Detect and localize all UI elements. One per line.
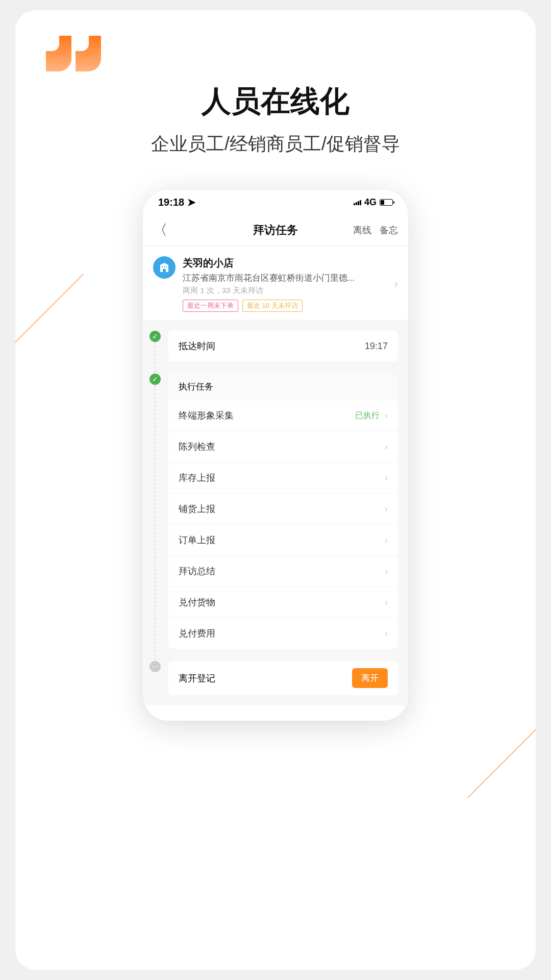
network-label: 4G <box>364 197 377 208</box>
task-row[interactable]: 拜访总结› <box>168 556 398 587</box>
page-title: 拜访任务 <box>253 223 298 238</box>
offline-button[interactable]: 离线 <box>353 224 371 236</box>
check-icon: ✓ <box>149 331 161 342</box>
task-label: 库存上报 <box>179 472 215 484</box>
signal-icon <box>354 199 361 205</box>
status-time: 19:18 <box>158 197 184 208</box>
status-bar: 19:18 ➤ 4G <box>143 190 408 214</box>
task-row[interactable]: 兑付费用› <box>168 618 398 649</box>
chevron-right-icon: › <box>385 410 388 421</box>
chevron-right-icon: › <box>394 278 398 291</box>
location-icon: ➤ <box>187 196 196 208</box>
store-frequency: 两周 1 次，33 天未拜访 <box>183 286 387 296</box>
chevron-right-icon: › <box>385 566 388 577</box>
chevron-right-icon: › <box>385 473 388 483</box>
task-label: 兑付费用 <box>179 627 215 640</box>
arrive-time: 19:17 <box>365 341 388 352</box>
chevron-right-icon: › <box>385 597 388 608</box>
pending-icon: ⋯ <box>149 661 161 672</box>
task-row[interactable]: 订单上报› <box>168 525 398 556</box>
arrive-label: 抵达时间 <box>179 340 215 352</box>
promo-card: 人员在线化 企业员工/经销商员工/促销督导 19:18 ➤ 4G 〈 拜访任务 … <box>15 10 536 970</box>
chevron-right-icon: › <box>385 504 388 514</box>
building-icon <box>153 256 176 279</box>
task-label: 兑付货物 <box>179 596 215 608</box>
task-label: 陈列检查 <box>179 440 215 453</box>
store-address: 江苏省南京市雨花台区赛虹桥街道小门里德... <box>183 272 387 284</box>
tasks-header: 执行任务 <box>168 374 398 400</box>
arrive-card[interactable]: 抵达时间 19:17 <box>168 331 398 361</box>
task-row[interactable]: 陈列检查› <box>168 431 398 462</box>
back-button[interactable]: 〈 <box>153 220 167 240</box>
tag-no-order: 最近一周未下单 <box>183 300 238 312</box>
store-name: 关羽的小店 <box>183 256 387 270</box>
task-label: 拜访总结 <box>179 565 215 577</box>
decorative-line <box>467 704 536 798</box>
task-row[interactable]: 库存上报› <box>168 462 398 494</box>
leave-card: 离开登记 离开 <box>168 661 398 695</box>
chevron-right-icon: › <box>385 442 388 452</box>
task-label: 订单上报 <box>179 534 215 546</box>
task-row[interactable]: 终端形象采集已执行› <box>168 400 398 431</box>
leave-button[interactable]: 离开 <box>352 668 388 688</box>
phone-mockup: 19:18 ➤ 4G 〈 拜访任务 离线 备忘 关羽的小店 江苏省南京 <box>143 190 408 721</box>
tasks-card: 执行任务 终端形象采集已执行›陈列检查›库存上报›铺货上报›订单上报›拜访总结›… <box>168 374 398 649</box>
memo-button[interactable]: 备忘 <box>380 224 398 236</box>
check-icon: ✓ <box>149 374 161 385</box>
promo-headline: 人员在线化 <box>15 82 536 121</box>
chevron-right-icon: › <box>385 628 388 639</box>
timeline: ✓ 抵达时间 19:17 ✓ 执行任务 终端形象采集已执行›陈列检查›库存上报›… <box>143 321 408 705</box>
decorative-line <box>15 274 84 368</box>
tag-no-visit: 最近 10 天未拜访 <box>242 300 303 312</box>
store-card[interactable]: 关羽的小店 江苏省南京市雨花台区赛虹桥街道小门里德... 两周 1 次，33 天… <box>143 246 408 321</box>
battery-icon <box>380 199 393 206</box>
quote-icon <box>46 36 101 71</box>
task-label: 终端形象采集 <box>179 409 234 422</box>
task-row[interactable]: 铺货上报› <box>168 494 398 525</box>
leave-label: 离开登记 <box>179 672 215 684</box>
task-row[interactable]: 兑付货物› <box>168 587 398 618</box>
chevron-right-icon: › <box>385 535 388 546</box>
nav-bar: 〈 拜访任务 离线 备忘 <box>143 214 408 246</box>
promo-subhead: 企业员工/经销商员工/促销督导 <box>15 132 536 157</box>
task-status: 已执行 <box>355 410 380 421</box>
task-label: 铺货上报 <box>179 503 215 515</box>
